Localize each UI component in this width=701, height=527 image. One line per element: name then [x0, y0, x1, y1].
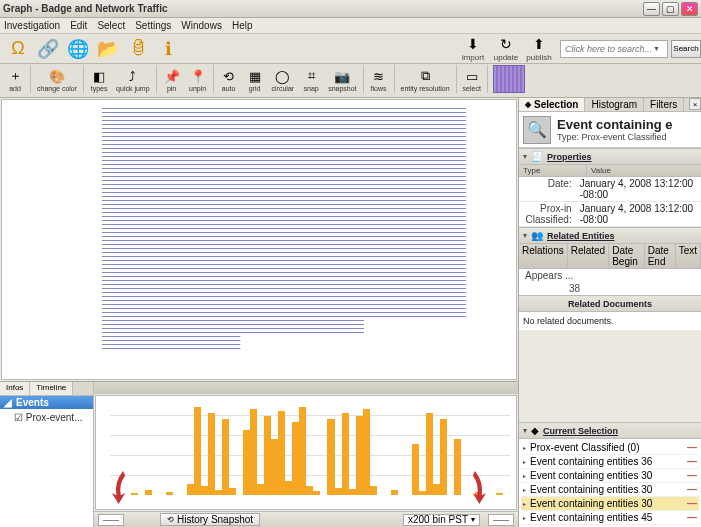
auto-button[interactable]: ⟲auto	[216, 65, 242, 94]
label: flows	[371, 85, 387, 92]
label: publish	[526, 53, 551, 62]
update-button[interactable]: ↻update	[491, 35, 521, 62]
properties-header[interactable]: ▾ 🧾 Properties	[519, 149, 701, 165]
menu-select[interactable]: Select	[97, 20, 125, 31]
history-snapshot-button[interactable]: ⟲ History Snapshot	[160, 513, 260, 526]
window-titlebar: Graph - Badge and Network Traffic — ▢ ✕	[0, 0, 701, 18]
chart-bar	[194, 407, 201, 495]
publish-icon: ⬆	[529, 35, 549, 53]
search-input[interactable]	[565, 44, 653, 54]
tab-histogram[interactable]: Histogram	[585, 98, 644, 111]
pin-button[interactable]: 📌pin	[159, 65, 185, 94]
snapshot-button[interactable]: 📷snapshot	[324, 65, 360, 94]
expand-icon: ▸	[523, 514, 526, 521]
menu-investigation[interactable]: Investigation	[4, 20, 60, 31]
menu-edit[interactable]: Edit	[70, 20, 87, 31]
timeline-chart[interactable]	[95, 395, 517, 510]
tab-filters[interactable]: Filters	[644, 98, 684, 111]
item-label: Event containing entities 30	[530, 470, 652, 481]
add-button[interactable]: ＋add	[2, 65, 28, 94]
change-color-button[interactable]: 🎨change color	[33, 65, 81, 94]
close-button[interactable]: ✕	[681, 2, 698, 16]
omega-icon[interactable]: Ω	[5, 37, 31, 61]
events-tree[interactable]: ☑ Prox-event...	[0, 409, 93, 527]
selection-item[interactable]: ▸Event containing entities 36—	[521, 455, 699, 469]
search-button[interactable]: Search	[671, 40, 701, 58]
grid-button[interactable]: ▦grid	[242, 65, 268, 94]
flows-button[interactable]: ≋flows	[366, 65, 392, 94]
remove-icon[interactable]: —	[687, 512, 697, 523]
quick-jump-button[interactable]: ⤴quick jump	[112, 65, 153, 94]
info-icon[interactable]: ℹ	[155, 37, 181, 61]
import-button[interactable]: ⬇import	[458, 35, 488, 62]
related-documents-title: Related Documents	[568, 299, 652, 309]
timeline-footer: —— ⟲ History Snapshot x200 bin PST ▾ ——	[94, 511, 518, 527]
pin-icon: 📌	[163, 67, 181, 85]
expand-icon: ▸	[523, 472, 526, 479]
globe-icon[interactable]: 🌐	[65, 37, 91, 61]
snapshot-icon: 📷	[333, 67, 351, 85]
main-toolbar: Ω🔗🌐📂🛢ℹ ⬇import↻update⬆publish ▼ Search	[0, 34, 701, 64]
item-label: Event containing entities 36	[530, 456, 652, 467]
remove-icon[interactable]: —	[687, 470, 697, 481]
selection-type: Type: Prox-event Classified	[557, 132, 673, 142]
tab-timeline[interactable]: Timeline	[30, 382, 73, 395]
chart-bar	[342, 413, 349, 495]
chart-bar	[433, 484, 440, 495]
events-header[interactable]: ◢ Events	[0, 396, 93, 409]
related-entities-row[interactable]: Appears ...	[519, 269, 701, 282]
selection-item[interactable]: ▸Event containing entities 30—	[521, 497, 699, 511]
types-button[interactable]: ◧types	[86, 65, 112, 94]
link-tool-icon[interactable]: 🔗	[35, 37, 61, 61]
quick-jump-icon: ⤴	[124, 67, 142, 85]
minimize-button[interactable]: —	[643, 2, 660, 16]
chart-bar	[440, 419, 447, 495]
remove-icon[interactable]: —	[687, 442, 697, 453]
folder-icon[interactable]: 📂	[95, 37, 121, 61]
search-box[interactable]: ▼	[560, 40, 668, 58]
entity-resolution-button[interactable]: ⧉entity resolution	[397, 65, 454, 94]
unpin-button[interactable]: 📍unpin	[185, 65, 211, 94]
selection-item[interactable]: ▸Event containing entities 30—	[521, 483, 699, 497]
events-item[interactable]: ☑ Prox-event...	[4, 411, 89, 424]
remove-icon[interactable]: —	[687, 456, 697, 467]
remove-icon[interactable]: —	[687, 484, 697, 495]
circular-button[interactable]: ◯circular	[268, 65, 299, 94]
selection-item[interactable]: ▸Event containing entities 45—	[521, 511, 699, 525]
label: add	[9, 85, 21, 92]
timeline-dd3[interactable]: ——	[488, 514, 514, 526]
timeline-bin-select[interactable]: x200 bin PST ▾	[403, 514, 480, 526]
chart-bar	[285, 481, 292, 495]
menu-settings[interactable]: Settings	[135, 20, 171, 31]
current-selection-header[interactable]: ▾ ◆ Current Selection	[519, 423, 701, 439]
graph-canvas[interactable]	[1, 99, 517, 380]
chart-bar	[349, 489, 356, 495]
timeline-dd1[interactable]: ——	[98, 514, 124, 526]
selection-icon: ◆	[531, 425, 539, 436]
tab-infos[interactable]: Infos	[0, 382, 30, 395]
select-button[interactable]: ▭select	[459, 65, 485, 94]
graph-toolbar: ＋add🎨change color◧types⤴quick jump📌pin📍u…	[0, 64, 701, 98]
chart-bar	[271, 439, 278, 495]
remove-icon[interactable]: —	[687, 498, 697, 509]
barcode-widget[interactable]	[493, 65, 525, 93]
tab-selection[interactable]: ◆ Selection	[519, 98, 585, 111]
maximize-button[interactable]: ▢	[662, 2, 679, 16]
panel-close-icon[interactable]: ×	[689, 98, 701, 110]
dropdown-icon[interactable]: ▼	[653, 45, 660, 52]
menu-windows[interactable]: Windows	[181, 20, 222, 31]
snap-button[interactable]: ⌗snap	[298, 65, 324, 94]
section-current-selection: ▾ ◆ Current Selection ▸Prox-event Classi…	[519, 422, 701, 527]
publish-button[interactable]: ⬆publish	[524, 35, 554, 62]
chart-bar	[335, 488, 342, 495]
menu-help[interactable]: Help	[232, 20, 253, 31]
selection-item[interactable]: ▸Prox-event Classified (0)—	[521, 441, 699, 455]
related-documents-header[interactable]: Related Documents	[519, 296, 701, 312]
related-entities-columns: Relations Related Date Begin Date End Te…	[519, 244, 701, 269]
properties-icon: 🧾	[531, 151, 543, 162]
related-entities-header[interactable]: ▾ 👥 Related Entities	[519, 228, 701, 244]
item-label: Prox-event Classified (0)	[530, 442, 639, 453]
selection-item[interactable]: ▸Event containing entities 30—	[521, 469, 699, 483]
database-icon[interactable]: 🛢	[125, 37, 151, 61]
events-collapse-icon: ◢	[4, 397, 12, 408]
